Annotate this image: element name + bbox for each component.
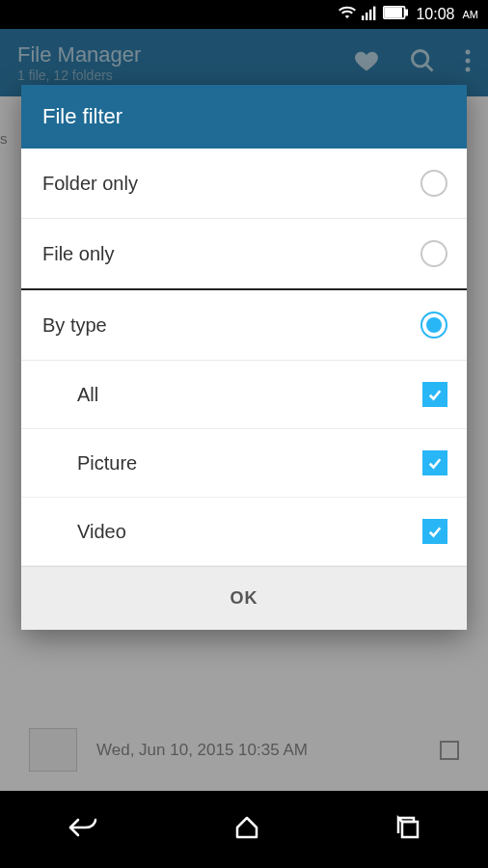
option-file-only[interactable]: File only [21, 219, 467, 290]
svg-rect-0 [362, 15, 364, 20]
subtype-label: All [77, 384, 98, 406]
option-folder-only[interactable]: Folder only [21, 149, 467, 219]
signal-icon [362, 5, 377, 24]
svg-rect-6 [386, 9, 401, 17]
checkbox[interactable] [422, 450, 447, 475]
back-button[interactable] [67, 814, 99, 845]
dialog-title: File filter [21, 85, 467, 149]
svg-rect-2 [369, 10, 371, 20]
radio-button[interactable] [420, 240, 447, 267]
status-bar: 10:08 AM [0, 0, 488, 29]
ok-button[interactable]: OK [230, 588, 258, 608]
checkbox[interactable] [422, 519, 447, 544]
svg-rect-3 [373, 7, 375, 20]
svg-rect-12 [402, 822, 418, 837]
subtype-label: Picture [77, 452, 137, 475]
subtype-label: Video [77, 521, 126, 543]
option-by-type[interactable]: By type [21, 290, 467, 361]
nav-bar [0, 791, 488, 868]
option-label: By type [42, 314, 107, 337]
battery-icon [383, 6, 408, 23]
checkbox[interactable] [422, 382, 447, 407]
recent-button[interactable] [394, 814, 421, 845]
wifi-icon [339, 5, 356, 24]
radio-button[interactable] [420, 170, 447, 197]
option-label: Folder only [42, 173, 138, 195]
option-label: File only [42, 243, 114, 265]
radio-button[interactable] [420, 312, 447, 339]
status-ampm: AM [463, 9, 479, 20]
subtype-picture[interactable]: Picture [21, 429, 467, 498]
file-filter-dialog: File filter Folder only File only By typ… [21, 85, 467, 630]
svg-rect-1 [366, 13, 367, 20]
dialog-footer: OK [21, 566, 467, 630]
home-button[interactable] [233, 814, 260, 845]
subtype-video[interactable]: Video [21, 498, 467, 566]
subtype-all[interactable]: All [21, 361, 467, 429]
svg-rect-5 [406, 10, 408, 14]
status-time: 10:08 [416, 6, 454, 23]
modal-overlay[interactable]: File filter Folder only File only By typ… [0, 29, 488, 791]
